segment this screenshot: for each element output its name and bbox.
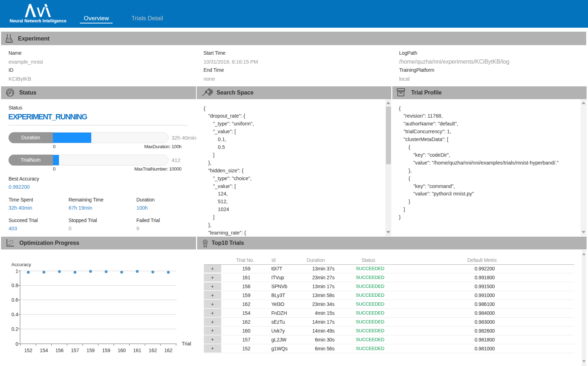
svg-text:0.2: 0.2 <box>11 327 18 332</box>
svg-text:0.4: 0.4 <box>11 312 18 317</box>
svg-text:0: 0 <box>16 341 18 347</box>
svg-text:154: 154 <box>40 348 48 353</box>
svg-text:Trial: Trial <box>182 341 191 346</box>
svg-text:159: 159 <box>86 348 94 353</box>
svg-text:160: 160 <box>118 348 126 353</box>
svg-text:157: 157 <box>71 348 79 353</box>
svg-text:162: 162 <box>149 348 157 353</box>
svg-text:0.8: 0.8 <box>11 283 18 288</box>
svg-text:156: 156 <box>55 348 64 353</box>
svg-text:159: 159 <box>102 348 110 353</box>
svg-text:0.6: 0.6 <box>11 297 18 303</box>
svg-text:152: 152 <box>24 348 32 353</box>
svg-text:1: 1 <box>16 269 18 274</box>
svg-text:162: 162 <box>164 348 173 353</box>
svg-text:161: 161 <box>133 348 141 353</box>
svg-text:Accuracy: Accuracy <box>11 262 31 267</box>
